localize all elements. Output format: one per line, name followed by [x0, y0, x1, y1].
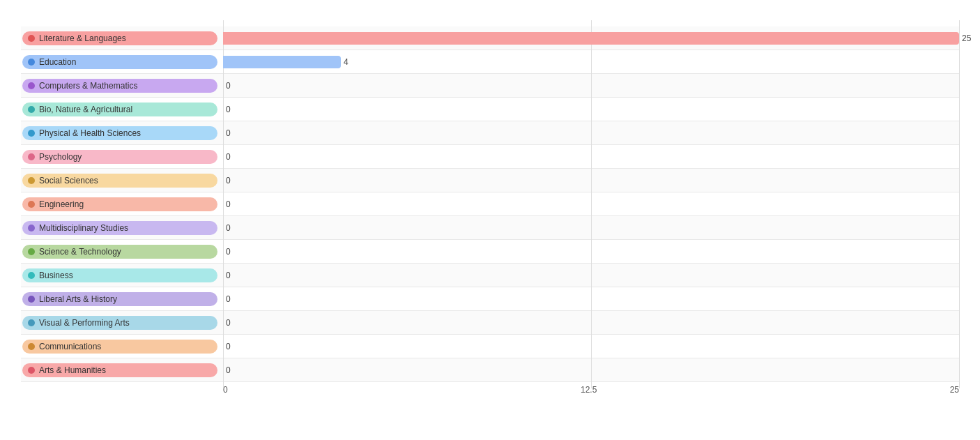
bar-label-pill: Business	[22, 268, 217, 282]
bar-value-label: 0	[226, 318, 231, 328]
bar-value-label: 0	[226, 342, 231, 351]
bar-row: Science & Technology0	[21, 240, 959, 264]
x-axis: 012.525	[21, 385, 959, 395]
bar-track: 0	[223, 364, 959, 377]
bar-dot	[28, 201, 35, 208]
bar-label-text: Social Sciences	[39, 176, 98, 185]
bar-label-pill: Education	[22, 55, 217, 69]
bar-track: 0	[223, 245, 959, 258]
bar-row: Communications0	[21, 335, 959, 358]
bar-dot	[28, 319, 35, 326]
bar-value-label: 0	[226, 152, 231, 162]
bar-track: 4	[223, 56, 959, 68]
chart-container: Literature & Languages25Education4Comput…	[21, 14, 959, 395]
bar-track: 0	[223, 127, 959, 139]
bar-label-text: Physical & Health Sciences	[39, 128, 141, 138]
bar-dot	[28, 82, 35, 89]
x-axis-label: 25	[950, 385, 959, 395]
bar-row: Literature & Languages25	[21, 26, 959, 50]
bar-dot	[28, 130, 35, 137]
bar-label-pill: Physical & Health Sciences	[22, 126, 217, 140]
bar-row: Business0	[21, 264, 959, 287]
bar-row: Visual & Performing Arts0	[21, 311, 959, 335]
bar-track: 0	[223, 151, 959, 163]
bar-label-text: Arts & Humanities	[39, 365, 106, 375]
bar-dot	[28, 272, 35, 279]
bar-value-label: 0	[226, 105, 231, 114]
bar-fill	[223, 56, 341, 68]
bar-track: 0	[223, 293, 959, 305]
x-axis-label: 12.5	[228, 385, 950, 395]
bar-label-text: Psychology	[39, 152, 82, 162]
bar-row: Multidisciplinary Studies0	[21, 216, 959, 240]
bar-label-pill: Multidisciplinary Studies	[22, 221, 217, 235]
bar-row: Liberal Arts & History0	[21, 287, 959, 311]
bar-label-text: Computers & Mathematics	[39, 81, 137, 91]
bar-track: 0	[223, 340, 959, 353]
bar-label-pill: Visual & Performing Arts	[22, 316, 217, 330]
bar-value-label: 0	[226, 128, 231, 138]
bar-label-pill: Computers & Mathematics	[22, 79, 217, 93]
bar-dot	[28, 153, 35, 160]
bar-label-text: Business	[39, 271, 73, 280]
bar-label-pill: Psychology	[22, 150, 217, 164]
bar-dot	[28, 35, 35, 42]
bar-dot	[28, 343, 35, 350]
bar-label-text: Engineering	[39, 199, 84, 209]
bar-value-label: 0	[226, 81, 231, 91]
bar-label-pill: Communications	[22, 340, 217, 354]
bar-track: 0	[223, 79, 959, 92]
bar-value-label: 0	[226, 247, 231, 257]
bar-dot	[28, 248, 35, 255]
bar-track: 0	[223, 174, 959, 187]
bar-dot	[28, 106, 35, 113]
bar-row: Psychology0	[21, 145, 959, 169]
bar-value-label: 4	[344, 57, 349, 67]
bar-label-text: Multidisciplinary Studies	[39, 223, 128, 233]
bar-track: 0	[223, 269, 959, 282]
bar-label-text: Science & Technology	[39, 247, 121, 257]
bar-label-text: Communications	[39, 342, 101, 351]
bar-track: 0	[223, 198, 959, 211]
bar-row: Education4	[21, 50, 959, 74]
bar-label-text: Bio, Nature & Agricultural	[39, 105, 132, 114]
bar-label-text: Liberal Arts & History	[39, 294, 117, 304]
bar-track: 0	[223, 222, 959, 234]
bar-row: Engineering0	[21, 192, 959, 216]
bar-row: Bio, Nature & Agricultural0	[21, 98, 959, 121]
bar-row: Social Sciences0	[21, 169, 959, 192]
bar-label-pill: Social Sciences	[22, 174, 217, 188]
bar-value-label: 0	[226, 294, 231, 304]
bar-dot	[28, 367, 35, 374]
bar-track: 0	[223, 103, 959, 116]
bar-label-pill: Liberal Arts & History	[22, 292, 217, 306]
bar-dot	[28, 296, 35, 303]
bar-dot	[28, 177, 35, 184]
bar-value-label: 0	[226, 199, 231, 209]
bar-dot	[28, 59, 35, 66]
bar-label-text: Education	[39, 57, 76, 67]
bar-row: Computers & Mathematics0	[21, 74, 959, 98]
bar-track: 25	[223, 32, 959, 45]
bar-value-label: 0	[226, 223, 231, 233]
chart-body: Literature & Languages25Education4Comput…	[21, 26, 959, 382]
bar-label-text: Visual & Performing Arts	[39, 318, 130, 328]
bar-label-pill: Science & Technology	[22, 245, 217, 259]
bar-label-pill: Bio, Nature & Agricultural	[22, 103, 217, 116]
bar-value-label: 25	[962, 33, 971, 43]
bar-row: Arts & Humanities0	[21, 358, 959, 382]
bar-label-pill: Engineering	[22, 197, 217, 211]
bar-value-label: 0	[226, 271, 231, 280]
bar-label-pill: Literature & Languages	[22, 31, 217, 45]
x-axis-label: 0	[223, 385, 228, 395]
bar-dot	[28, 225, 35, 232]
bar-track: 0	[223, 317, 959, 329]
bar-label-pill: Arts & Humanities	[22, 363, 217, 377]
bar-value-label: 0	[226, 176, 231, 185]
bar-label-text: Literature & Languages	[39, 33, 126, 43]
bar-fill	[223, 32, 959, 45]
bar-row: Physical & Health Sciences0	[21, 121, 959, 145]
bar-value-label: 0	[226, 365, 231, 375]
